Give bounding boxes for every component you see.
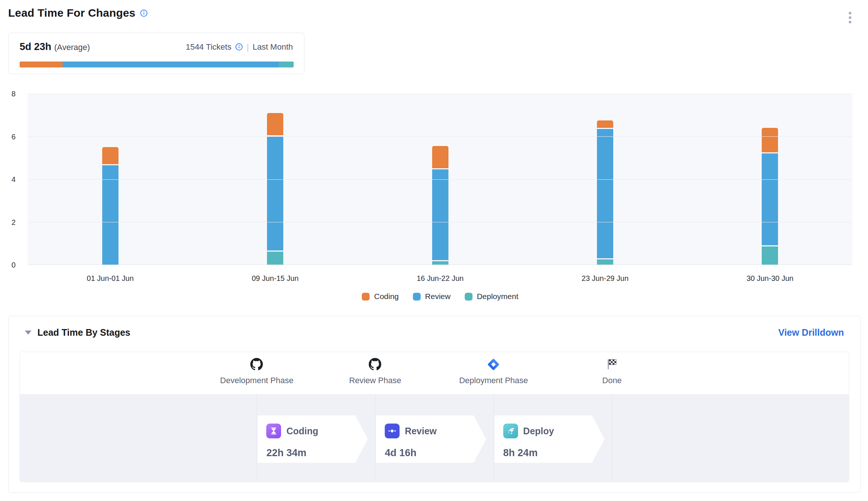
stage-value: 8h 24m: [503, 447, 605, 459]
stage-table-body: Coding22h 34mReview4d 16hDeploy8h 24m: [20, 394, 849, 482]
gridline: [28, 222, 852, 222]
stages-title: Lead Time By Stages: [37, 327, 130, 338]
chart-legend: CodingReviewDeployment: [28, 292, 852, 301]
phase-marker-deployment-phase: Deployment Phase: [459, 357, 528, 385]
stage-card-coding[interactable]: Coding22h 34m: [257, 415, 368, 463]
phase-divider-line: [375, 394, 375, 482]
summary-progress-bar: [20, 62, 294, 67]
bar-segment-deployment[interactable]: [267, 252, 283, 265]
period-label: Last Month: [253, 42, 293, 52]
stage-card-header: Deploy: [503, 424, 605, 438]
x-axis-label: 09 Jun-15 Jun: [193, 274, 357, 283]
bar-segment-coding[interactable]: [597, 120, 613, 128]
phase-label: Review Phase: [349, 376, 401, 385]
stage-table: Development PhaseReview PhaseDeployment …: [20, 352, 849, 482]
lead-time-for-changes-widget: Lead Time For Changes 5d 23h (Average) 1…: [0, 0, 868, 501]
phase-divider-line: [257, 394, 257, 482]
phase-label: Deployment Phase: [459, 376, 528, 385]
average-label: (Average): [54, 43, 90, 52]
legend-item-review[interactable]: Review: [413, 292, 451, 301]
bar-segment-coding[interactable]: [102, 147, 118, 164]
stage-label: Review: [405, 426, 437, 437]
rocket-icon: [503, 424, 518, 438]
legend-label: Coding: [374, 292, 399, 301]
stage-value: 4d 16h: [385, 447, 486, 459]
stage-label: Coding: [286, 426, 318, 437]
y-axis-labels: 02468: [0, 94, 18, 265]
legend-swatch: [362, 293, 370, 301]
phase-label: Development Phase: [220, 376, 293, 385]
github-icon: [368, 357, 382, 371]
bar-segment-review[interactable]: [267, 136, 283, 250]
jira-diamond-icon: [487, 357, 501, 371]
stage-card-deploy[interactable]: Deploy8h 24m: [494, 415, 605, 463]
x-axis-label: 16 Jun-22 Jun: [358, 274, 523, 283]
y-axis-tick-label: 2: [11, 218, 16, 226]
stage-card-header: Coding: [266, 424, 368, 438]
y-axis-tick-label: 8: [11, 90, 16, 98]
bar-segment-coding[interactable]: [432, 146, 448, 169]
bar-segment-deployment[interactable]: [762, 246, 778, 265]
collapse-triangle-icon[interactable]: [25, 331, 31, 335]
bar-segment-review[interactable]: [102, 165, 118, 265]
stages-header: Lead Time By Stages View Drilldown: [25, 327, 844, 338]
legend-label: Deployment: [477, 292, 518, 301]
bar-segment-deployment[interactable]: [432, 261, 448, 265]
stage-table-header: Development PhaseReview PhaseDeployment …: [20, 352, 849, 394]
bar-segment-coding[interactable]: [762, 128, 778, 152]
legend-label: Review: [425, 292, 451, 301]
legend-item-deployment[interactable]: Deployment: [465, 292, 518, 301]
widget-header: Lead Time For Changes: [8, 7, 148, 19]
bar-segment-review[interactable]: [597, 129, 613, 258]
average-lead-time-value: 5d 23h: [20, 41, 51, 53]
phase-divider-line: [612, 394, 612, 482]
phase-divider-line: [494, 394, 494, 482]
title-info-icon[interactable]: [140, 9, 148, 17]
hourglass-icon: [266, 424, 281, 438]
view-drilldown-link[interactable]: View Drilldown: [778, 327, 844, 338]
checkered-flag-icon: [605, 357, 619, 371]
x-axis-labels: 01 Jun-01 Jun09 Jun-15 Jun16 Jun-22 Jun2…: [28, 274, 852, 283]
legend-swatch: [465, 293, 473, 301]
summary-card: 5d 23h (Average) 1544 Tickets | Last Mon…: [8, 33, 304, 74]
tickets-count: 1544 Tickets: [186, 42, 231, 52]
github-icon: [250, 357, 264, 371]
phase-marker-review-phase: Review Phase: [349, 357, 401, 385]
bar-segment-review[interactable]: [762, 153, 778, 245]
legend-swatch: [413, 293, 421, 301]
gridline: [28, 94, 852, 94]
separator: |: [247, 42, 249, 52]
y-axis-tick-label: 0: [11, 261, 16, 269]
gridline: [28, 136, 852, 137]
summary-progress-review: [63, 62, 279, 67]
y-axis-tick-label: 6: [11, 132, 16, 141]
summary-progress-coding: [20, 62, 63, 67]
phase-marker-development-phase: Development Phase: [220, 357, 293, 385]
y-axis-tick-label: 4: [11, 175, 16, 184]
x-axis-label: 23 Jun-29 Jun: [523, 274, 687, 283]
phase-label: Done: [602, 376, 622, 385]
x-axis-label: 30 Jun-30 Jun: [688, 274, 852, 283]
stage-label: Deploy: [523, 426, 554, 437]
bar-segment-review[interactable]: [432, 169, 448, 260]
bar-segment-coding[interactable]: [267, 113, 283, 136]
bar-segment-deployment[interactable]: [597, 259, 613, 265]
kebab-menu-icon[interactable]: [847, 10, 853, 25]
phase-marker-done: Done: [602, 357, 622, 385]
stage-value: 22h 34m: [266, 447, 368, 459]
legend-item-coding[interactable]: Coding: [362, 292, 399, 301]
gridline: [28, 179, 852, 180]
page-title: Lead Time For Changes: [8, 7, 136, 19]
lead-time-by-stages-panel: Lead Time By Stages View Drilldown Devel…: [8, 316, 861, 493]
stage-card-review[interactable]: Review4d 16h: [376, 415, 486, 463]
summary-progress-deployment: [279, 62, 294, 67]
stage-card-header: Review: [385, 424, 486, 438]
x-axis-label: 01 Jun-01 Jun: [28, 274, 193, 283]
plot-area: [28, 94, 852, 265]
tickets-info-icon[interactable]: [235, 43, 243, 51]
commit-icon: [385, 424, 400, 438]
